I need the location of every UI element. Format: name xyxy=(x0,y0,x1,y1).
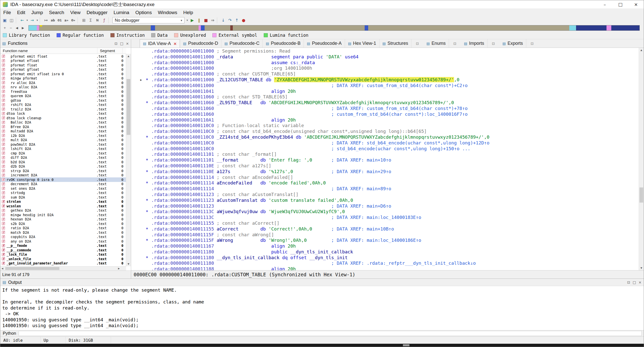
disasm-line[interactable]: *.rdata:000000014001110E a127s db '%127s… xyxy=(131,169,638,175)
jump-to-address-icon[interactable]: ↦ xyxy=(43,17,49,23)
function-row[interactable]: f__strcp_D2A.text0 xyxy=(0,169,126,173)
navband-zoom-out-icon[interactable]: − xyxy=(8,25,14,31)
disasm-token-name[interactable]: aWrong xyxy=(217,238,233,243)
disasm-line[interactable]: .rdata:0000000140011167 align 20h xyxy=(131,243,638,249)
function-row[interactable]: f__strtodg.text0 xyxy=(0,191,126,195)
disasm-token-xref[interactable]: ; DATA XREF: main:loc_14000186E↑o xyxy=(331,238,421,243)
disasm-line[interactable]: .rdata:0000000140011101 ; const char _fo… xyxy=(131,151,638,157)
function-row[interactable]: f__copybits_D2A.text0 xyxy=(0,235,126,239)
tab-enums[interactable]: ▤Enums xyxy=(424,39,449,48)
disasm-line[interactable]: .rdata:0000000140011060 ; const char STD… xyxy=(131,94,638,100)
navband-scroll-right-icon[interactable]: ▶ xyxy=(20,25,26,31)
function-row[interactable]: f__decrement_D2A.text0 xyxy=(0,182,126,186)
functions-close-icon[interactable]: × xyxy=(126,42,129,46)
disasm-token-xref[interactable]: ; DATA XREF: custom_from_std_b64(char co… xyxy=(331,106,468,111)
menu-windows[interactable]: Windows xyxy=(155,9,180,16)
function-row[interactable]: f__sum_D2A.text0 xyxy=(0,195,126,200)
navband-zoom-in-icon[interactable]: + xyxy=(2,25,8,31)
cli-language-button[interactable]: Python xyxy=(0,331,19,336)
output-titlebar[interactable]: ▤ Output ⊡□× xyxy=(0,279,644,286)
function-row[interactable]: f__quorem_D2A.text0 xyxy=(0,94,126,98)
navigate-back-icon[interactable]: ← xyxy=(19,17,25,23)
minimize-button[interactable]: – xyxy=(597,0,613,9)
disasm-token-name[interactable]: _ZZ14std_b64_encodePKhyE3b64 xyxy=(217,134,293,140)
disasm-line[interactable]: .rdata:0000000140011114 ; DATA XREF: mai… xyxy=(131,186,638,192)
snapshot-icon[interactable]: ◫ xyxy=(8,17,15,23)
function-row[interactable]: fwcsnlen.text0 xyxy=(0,204,126,208)
debugger-combobox[interactable]: No debugger▾ xyxy=(112,17,184,23)
function-row[interactable]: f__pformat_emit_float.text0 xyxy=(0,54,126,59)
debugger-setup-icon[interactable]: ▾ xyxy=(186,17,189,23)
disasm-token-name[interactable]: __dyn_tls_init_callback xyxy=(290,249,353,254)
menu-lumina[interactable]: Lumina xyxy=(110,9,132,16)
function-row[interactable]: f__mingw_pformat.text0 xyxy=(0,76,126,81)
tab-pseudocode-d[interactable]: ▤Pseudocode-D xyxy=(180,39,221,48)
tab-structures[interactable]: ▤Structures xyxy=(380,39,411,48)
disasm-line[interactable]: .rdata:0000000140011060 ; DATA XREF: cus… xyxy=(131,106,638,111)
function-row[interactable]: f__d2b_D2A.text0 xyxy=(0,164,126,169)
scroll-up-icon[interactable]: ▲ xyxy=(639,48,644,52)
function-row[interactable]: fdtoa_lock_cleanup.text0 xyxy=(0,116,126,120)
function-row[interactable]: f__cmp_D2A.text0 xyxy=(0,151,126,156)
disasm-token-xref[interactable]: ; DATA XREF: std_b64_encode(uchar const*… xyxy=(331,140,489,145)
disasm-token-name[interactable]: aEncodeFailed xyxy=(217,180,252,185)
function-row[interactable]: f__set_ones_D2A.text0 xyxy=(0,186,126,191)
search-text-icon[interactable]: ab xyxy=(50,17,56,23)
output-log[interactable]: If the segment is not read-only, please … xyxy=(0,286,644,330)
disasm-line[interactable]: .rdata:0000000140011000 assume cs:_rdata xyxy=(131,60,638,66)
disasm-line[interactable]: .rdata:0000000140011180 public __dyn_tls… xyxy=(131,249,638,255)
menu-view[interactable]: View xyxy=(67,9,84,16)
create-enum-icon[interactable]: Σ xyxy=(87,17,94,23)
menu-help[interactable]: Help xyxy=(180,9,196,16)
menu-search[interactable]: Search xyxy=(46,9,67,16)
maximize-button[interactable]: □ xyxy=(613,0,628,9)
function-row[interactable]: f__gdtoa.text0 xyxy=(0,98,126,103)
disasm-line[interactable]: *.rdata:000000014001115F aWrong db 'Wron… xyxy=(131,238,638,243)
dock-icon[interactable]: ⊡ xyxy=(492,42,495,46)
disasm-line[interactable]: .rdata:0000000140011000 ; const char CUS… xyxy=(131,71,638,77)
disasm-line[interactable]: .rdata:00000001400110C0 ; DATA XREF: std… xyxy=(131,140,638,146)
disasm-line[interactable]: .rdata:0000000140011155 ; const char aCo… xyxy=(131,220,638,226)
function-row[interactable]: f__trailz_D2A.text0 xyxy=(0,107,126,111)
menu-jump[interactable]: Jump xyxy=(28,9,46,16)
disasm-line[interactable]: .rdata:0000000140011180 ; DATA XREF: .rd… xyxy=(131,260,638,266)
function-row[interactable]: f__pformat_gfloat.text0 xyxy=(0,67,126,72)
function-row[interactable]: f__hexnan_D2A.text0 xyxy=(0,217,126,222)
function-row[interactable]: f_unlock_file.text0 xyxy=(0,257,126,261)
stop-process-icon[interactable]: ■ xyxy=(203,17,209,23)
disasm-token-name[interactable]: aWjuew3qfvuj0uw xyxy=(217,209,258,214)
scroll-up-icon[interactable]: ▲ xyxy=(126,54,131,58)
disasm-line[interactable]: *.rdata:0000000140011114 aEncodeFailed d… xyxy=(131,180,638,186)
disasm-line[interactable]: *.rdata:000000014001113C aWjuew3qfvuj0uw… xyxy=(131,209,638,215)
close-button[interactable]: × xyxy=(628,0,644,9)
menu-file[interactable]: File xyxy=(0,9,14,16)
disasm-line[interactable]: .rdata:0000000140011060 ; custom_from_st… xyxy=(131,111,638,117)
function-row[interactable]: f__pformat_float.text0 xyxy=(0,63,126,67)
function-row[interactable]: f_lock_file.text0 xyxy=(0,252,126,257)
scroll-down-icon[interactable]: ▼ xyxy=(126,262,131,266)
disasm-token-name[interactable]: a127s xyxy=(217,169,230,174)
step-over-icon[interactable]: ↷ xyxy=(227,17,233,23)
function-row[interactable]: f__freedtoa.text0 xyxy=(0,89,126,94)
disasm-token-xref[interactable]: ; DATA XREF: main+10↑o xyxy=(331,157,391,163)
navigate-forward-dropdown-icon[interactable]: ▾ xyxy=(36,17,39,23)
disasm-token-name[interactable]: __dyn_tls_init_callback xyxy=(217,255,279,260)
function-row[interactable]: f_get_invalid_parameter_handler.text0 xyxy=(0,261,126,266)
disasm-line[interactable]: .rdata:000000014001115F ; const char aWr… xyxy=(131,232,638,238)
function-row[interactable]: f__mult_D2A.text0 xyxy=(0,138,126,142)
function-row[interactable]: f__match_D2A.text0 xyxy=(0,230,126,235)
tab-hex-view-1[interactable]: ▤Hex View-1 xyxy=(345,39,380,48)
step-into-icon[interactable]: ↓ xyxy=(220,17,226,23)
search-binary-icon[interactable]: 01 xyxy=(56,17,63,23)
scrollbar-thumb[interactable] xyxy=(127,79,130,135)
menu-edit[interactable]: Edit xyxy=(14,9,28,16)
tab-pseudocode-c[interactable]: ▤Pseudocode-C xyxy=(221,39,263,48)
start-process-icon[interactable]: ▶ xyxy=(189,17,196,23)
disasm-line[interactable]: .rdata:0000000140011123 ; const char aCu… xyxy=(131,192,638,198)
search-next-binary-icon[interactable]: 0» xyxy=(70,17,77,23)
disasm-line[interactable]: *.rdata:0000000140011123 aCustomTranslat… xyxy=(131,198,638,203)
functions-maximize-icon[interactable]: □ xyxy=(120,42,123,46)
disasm-token-xref[interactable]: ; DATA XREF: main+D6↑o xyxy=(331,203,391,209)
disasm-token-xref[interactable]: ; std_b64_encode(uchar const*,ulong long… xyxy=(331,146,470,151)
scroll-right-icon[interactable]: ▶ xyxy=(117,266,121,271)
